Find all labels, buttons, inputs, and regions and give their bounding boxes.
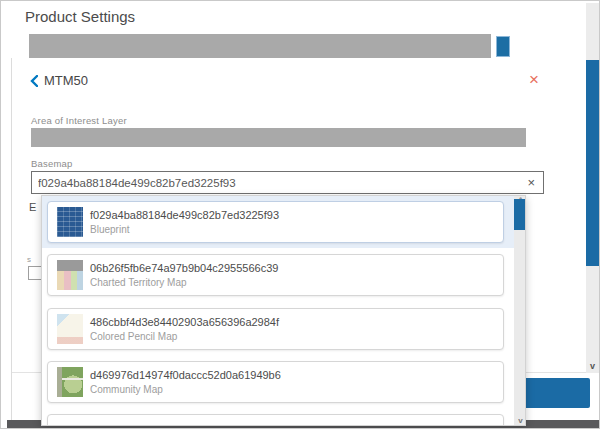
basemap-option-id: 486cbbf4d3e84402903a656396a2984f — [90, 316, 279, 328]
close-icon: × — [529, 70, 539, 89]
basemap-option-name: Community Map — [90, 384, 281, 395]
basemap-option-blueprint[interactable]: f029a4ba88184de499c82b7ed3225f93 Bluepri… — [47, 201, 504, 243]
basemap-option-id: d469976d14974f0daccc52d0a61949b6 — [90, 369, 281, 381]
basemap-combobox[interactable]: × — [31, 171, 544, 194]
basemap-option-id: 06b26f5fb6e74a97b9b04c2955566c39 — [90, 262, 278, 274]
basemap-dropdown-list: f029a4ba88184de499c82b7ed3225f93 Bluepri… — [41, 195, 526, 426]
basemap-option-name: Colored Pencil Map — [90, 331, 279, 342]
basemap-input[interactable] — [32, 172, 523, 193]
basemap-option-community[interactable]: d469976d14974f0daccc52d0a61949b6 Communi… — [47, 361, 504, 403]
page-scrollbar-thumb[interactable] — [586, 60, 599, 266]
scroll-down-icon[interactable]: v — [514, 416, 526, 425]
dropdown-scrollbar-thumb[interactable] — [514, 199, 526, 230]
close-button[interactable]: × — [529, 71, 539, 88]
basemap-option-name: Blueprint — [90, 224, 279, 235]
clear-icon[interactable]: × — [523, 176, 543, 189]
redacted-input-bar[interactable] — [29, 34, 491, 58]
primary-action-button[interactable] — [522, 378, 590, 408]
occluded-label-fragment: E — [29, 201, 36, 213]
aoi-layer-redacted-input[interactable] — [31, 128, 526, 147]
colored-pencil-thumbnail — [57, 314, 83, 344]
basemap-option-name: Charted Territory Map — [90, 277, 278, 288]
blueprint-thumbnail — [57, 207, 83, 237]
chevron-left-icon — [30, 75, 38, 87]
dropdown-scrollbar[interactable]: ^ v — [514, 196, 526, 426]
back-label: MTM50 — [44, 73, 88, 88]
page-title: Product Settings — [25, 8, 135, 25]
basemap-option-colored-pencil[interactable]: 486cbbf4d3e84402903a656396a2984f Colored… — [47, 308, 504, 350]
basemap-label: Basemap — [31, 158, 73, 169]
occluded-checkbox[interactable] — [28, 266, 42, 280]
panel-left-divider — [11, 58, 12, 420]
redacted-accent-block[interactable] — [496, 36, 510, 57]
product-settings-dialog: Product Settings MTM50 × Area of Interes… — [0, 0, 600, 429]
aoi-layer-label: Area of Interest Layer — [31, 115, 127, 126]
scroll-down-icon[interactable]: v — [586, 361, 599, 371]
basemap-option-partial[interactable] — [47, 414, 504, 426]
occluded-label-fragment: s — [27, 255, 31, 264]
back-button[interactable]: MTM50 — [30, 73, 88, 88]
basemap-option-id: f029a4ba88184de499c82b7ed3225f93 — [90, 209, 279, 221]
charted-territory-thumbnail — [57, 260, 83, 290]
community-thumbnail — [57, 367, 83, 397]
basemap-option-charted-territory[interactable]: 06b26f5fb6e74a97b9b04c2955566c39 Charted… — [47, 254, 504, 296]
